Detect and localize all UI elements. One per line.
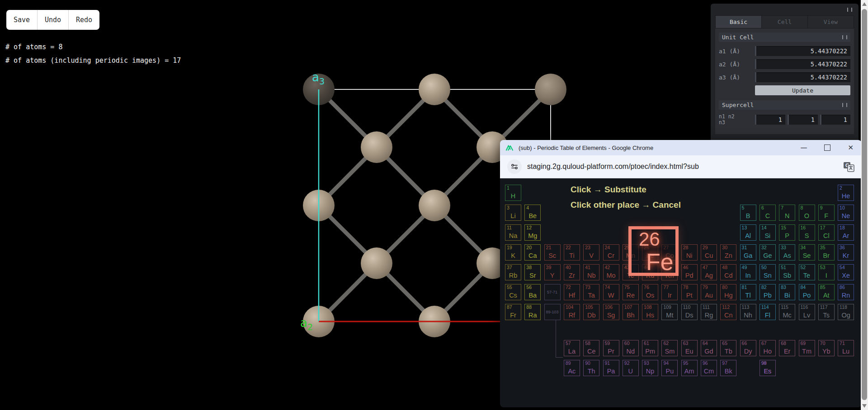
element-Cm[interactable]: 96Cm: [701, 360, 717, 376]
element-Es[interactable]: 99Es: [760, 360, 776, 376]
element-Zn[interactable]: 30Zn: [720, 244, 736, 261]
element-Ra[interactable]: 88Ra: [524, 304, 541, 320]
element-Be[interactable]: 4Be: [524, 205, 541, 221]
element-W[interactable]: 74W: [603, 284, 619, 300]
element-Eu[interactable]: 63Eu: [681, 340, 698, 356]
element-Ga[interactable]: 31Ga: [740, 244, 756, 261]
element-I[interactable]: 53I: [818, 264, 835, 280]
n1-input[interactable]: 1: [755, 115, 785, 125]
scrollbar-thumb[interactable]: [862, 9, 867, 400]
collapse-icon[interactable]: [847, 8, 852, 12]
n2-input[interactable]: 1: [788, 115, 818, 125]
element-Bh[interactable]: 107Bh: [623, 304, 639, 320]
element-Se[interactable]: 34Se: [799, 244, 815, 261]
element-Rf[interactable]: 104Rf: [564, 304, 580, 320]
element-Y[interactable]: 39Y: [544, 264, 561, 280]
element-Mc[interactable]: 115Mc: [779, 304, 795, 320]
element-Xe[interactable]: 54Xe: [838, 264, 854, 280]
update-button[interactable]: Update: [755, 85, 850, 95]
element-Er[interactable]: 68Er: [779, 340, 795, 356]
tab-basic[interactable]: Basic: [716, 16, 762, 28]
scrollbar-up-arrow-icon[interactable]: [862, 2, 867, 6]
element-C[interactable]: 6C: [760, 205, 776, 221]
element-Ce[interactable]: 58Ce: [583, 340, 599, 356]
element-Hf[interactable]: 72Hf: [564, 284, 580, 300]
element-Rb[interactable]: 37Rb: [505, 264, 521, 280]
element-Mt[interactable]: 109Mt: [661, 304, 678, 320]
element-Al[interactable]: 13Al: [740, 224, 756, 241]
element-Ca[interactable]: 20Ca: [524, 244, 541, 261]
element-Nd[interactable]: 60Nd: [623, 340, 639, 356]
element-Bi[interactable]: 83Bi: [779, 284, 795, 300]
element-He[interactable]: 2He: [838, 185, 854, 201]
element-Am[interactable]: 95Am: [681, 360, 698, 376]
element-Cu[interactable]: 29Cu: [701, 244, 717, 261]
element-Sb[interactable]: 51Sb: [779, 264, 795, 280]
atom-6[interactable]: [419, 190, 450, 221]
supercell-collapse-icon[interactable]: [842, 103, 847, 107]
element-As[interactable]: 33As: [779, 244, 795, 261]
element-P[interactable]: 15P: [779, 224, 795, 241]
element-Cl[interactable]: 17Cl: [818, 224, 835, 241]
page-scrollbar[interactable]: [861, 0, 868, 410]
site-settings-icon[interactable]: [507, 159, 522, 174]
atom-2[interactable]: [535, 74, 566, 105]
element-Li[interactable]: 3Li: [505, 205, 521, 221]
element-Hg[interactable]: 80Hg: [720, 284, 736, 300]
element-Ho[interactable]: 67Ho: [760, 340, 776, 356]
a1-input[interactable]: 5.44370222: [755, 46, 850, 56]
element-S[interactable]: 16S: [799, 224, 815, 241]
element-Te[interactable]: 52Te: [799, 264, 815, 280]
a3-input[interactable]: 5.44370222: [755, 72, 850, 82]
element-Sg[interactable]: 106Sg: [603, 304, 619, 320]
element-U[interactable]: 92U: [623, 360, 639, 376]
element-Cn[interactable]: 112Cn: [720, 304, 736, 320]
element-Si[interactable]: 14Si: [760, 224, 776, 241]
save-button[interactable]: Save: [6, 10, 37, 30]
element-Ta[interactable]: 73Ta: [583, 284, 599, 300]
element-Pb[interactable]: 82Pb: [760, 284, 776, 300]
element-At[interactable]: 85At: [818, 284, 835, 300]
element-Th[interactable]: 90Th: [583, 360, 599, 376]
element-Zr[interactable]: 40Zr: [564, 264, 580, 280]
element-Sm[interactable]: 62Sm: [661, 340, 678, 356]
element-Pa[interactable]: 91Pa: [603, 360, 619, 376]
unit-cell-collapse-icon[interactable]: [842, 35, 847, 39]
popup-titlebar[interactable]: (sub) - Periodic Table of Elements - Goo…: [500, 140, 862, 155]
element-Pr[interactable]: 59Pr: [603, 340, 619, 356]
element-Mg[interactable]: 12Mg: [524, 224, 541, 241]
element-Dy[interactable]: 66Dy: [740, 340, 756, 356]
element-Og[interactable]: 118Og: [838, 304, 854, 320]
element-Ne[interactable]: 10Ne: [838, 205, 854, 221]
element-Hs[interactable]: 108Hs: [642, 304, 658, 320]
element-La[interactable]: 57La: [564, 340, 580, 356]
element-Ds[interactable]: 110Ds: [681, 304, 698, 320]
element-In[interactable]: 49In: [740, 264, 756, 280]
element-Ac[interactable]: 89Ac: [564, 360, 580, 376]
tab-view[interactable]: View: [808, 16, 854, 28]
element-Np[interactable]: 93Np: [642, 360, 658, 376]
undo-button[interactable]: Undo: [37, 10, 68, 30]
element-Ti[interactable]: 22Ti: [564, 244, 580, 261]
element-Mo[interactable]: 42Mo: [603, 264, 619, 280]
element-Na[interactable]: 11Na: [505, 224, 521, 241]
element-Fl[interactable]: 114Fl: [760, 304, 776, 320]
element-Au[interactable]: 79Au: [701, 284, 717, 300]
redo-button[interactable]: Redo: [68, 10, 99, 30]
n3-input[interactable]: 1: [820, 115, 850, 125]
maximize-button[interactable]: [824, 144, 830, 151]
element-Re[interactable]: 75Re: [623, 284, 639, 300]
element-Pm[interactable]: 61Pm: [642, 340, 658, 356]
element-Ba[interactable]: 56Ba: [524, 284, 541, 300]
element-Pd[interactable]: 46Pd: [681, 264, 698, 280]
element-Lu[interactable]: 71Lu: [838, 340, 854, 356]
element-N[interactable]: 7N: [779, 205, 795, 221]
element-Kr[interactable]: 36Kr: [838, 244, 854, 261]
atom-8[interactable]: [361, 247, 392, 279]
element-Nh[interactable]: 113Nh: [740, 304, 756, 320]
element-Yb[interactable]: 70Yb: [818, 340, 835, 356]
minimize-button[interactable]: —: [800, 144, 807, 151]
element-Gd[interactable]: 64Gd: [701, 340, 717, 356]
element-Br[interactable]: 35Br: [818, 244, 835, 261]
element-Tm[interactable]: 69Tm: [799, 340, 815, 356]
